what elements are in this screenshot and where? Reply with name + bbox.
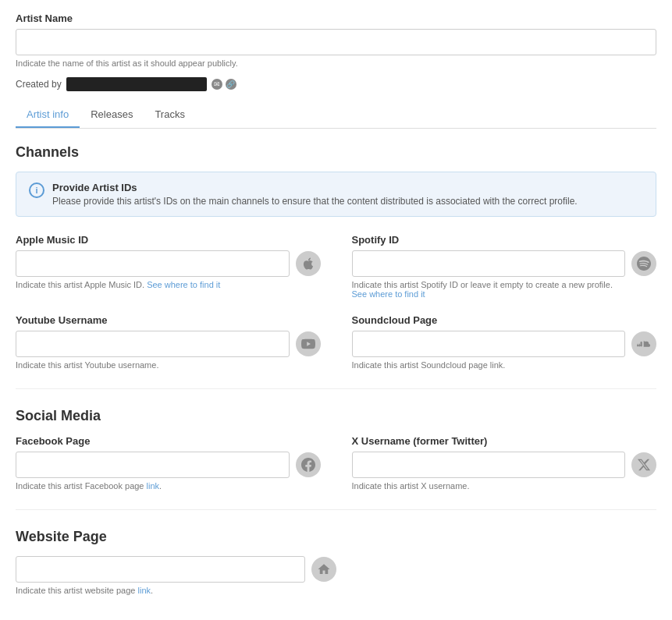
social-media-title: Social Media <box>16 408 656 424</box>
social-media-section: Social Media Facebook Page Indicate this… <box>16 408 656 491</box>
tabs-row: Artist info Releases Tracks <box>16 102 656 129</box>
channels-section: Channels i Provide Artist IDs Please pro… <box>16 144 656 370</box>
spotify-hint: Indicate this artist Spotify ID or leave… <box>352 280 657 299</box>
apple-music-input-row <box>16 250 321 277</box>
created-by-row: Created by ✉ 🔗 <box>16 77 656 91</box>
x-field-group: X Username (former Twitter) Indicate thi… <box>352 435 657 491</box>
facebook-input-row <box>16 452 321 478</box>
website-input[interactable] <box>16 556 305 583</box>
channels-divider <box>16 388 656 389</box>
link-icon[interactable]: 🔗 <box>226 79 236 90</box>
apple-music-hint-link[interactable]: See where to find it <box>147 280 220 289</box>
email-icon[interactable]: ✉ <box>212 79 222 90</box>
website-icon <box>311 557 336 582</box>
tab-tracks[interactable]: Tracks <box>144 102 196 128</box>
artist-name-hint: Indicate the name of this artist as it s… <box>16 58 656 68</box>
x-hint: Indicate this artist X username. <box>352 481 657 491</box>
spotify-field-group: Spotify ID Indicate this artist Spotify … <box>352 234 657 299</box>
facebook-icon <box>296 452 321 477</box>
artist-name-section: Artist Name Indicate the name of this ar… <box>16 12 656 68</box>
spotify-input[interactable] <box>352 250 626 277</box>
soundcloud-input[interactable] <box>352 331 626 357</box>
banner-text: Please provide this artist's IDs on the … <box>52 196 578 207</box>
soundcloud-input-row <box>352 331 657 357</box>
channels-title: Channels <box>16 144 656 161</box>
youtube-label: Youtube Username <box>16 314 321 326</box>
facebook-label: Facebook Page <box>16 435 321 447</box>
banner-title: Provide Artist IDs <box>52 182 578 193</box>
page-container: Artist Name Indicate the name of this ar… <box>0 0 672 608</box>
banner-content: Provide Artist IDs Please provide this a… <box>52 182 578 207</box>
apple-music-field-group: Apple Music ID Indicate this artist Appl… <box>16 234 321 299</box>
facebook-hint-link[interactable]: link <box>147 481 160 491</box>
soundcloud-hint: Indicate this artist Soundcloud page lin… <box>352 360 657 370</box>
soundcloud-icon <box>631 331 656 356</box>
spotify-label: Spotify ID <box>352 234 657 246</box>
apple-music-hint: Indicate this artist Apple Music ID. See… <box>16 280 321 289</box>
facebook-input[interactable] <box>16 452 290 478</box>
spotify-icon <box>631 251 656 276</box>
facebook-field-group: Facebook Page Indicate this artist Faceb… <box>16 435 321 491</box>
artist-name-label: Artist Name <box>16 12 656 24</box>
spotify-input-row <box>352 250 657 277</box>
website-field-group: Indicate this artist website page link. <box>16 556 336 595</box>
social-divider <box>16 509 656 510</box>
website-title: Website Page <box>16 529 656 545</box>
soundcloud-label: Soundcloud Page <box>352 314 657 326</box>
apple-music-input[interactable] <box>16 250 290 277</box>
website-input-row <box>16 556 336 583</box>
artist-name-input[interactable] <box>16 29 656 55</box>
website-hint-link[interactable]: link <box>138 586 151 595</box>
created-by-label: Created by <box>16 79 62 90</box>
created-by-name <box>66 77 207 91</box>
youtube-input[interactable] <box>16 331 290 357</box>
info-banner: i Provide Artist IDs Please provide this… <box>16 172 656 217</box>
info-icon: i <box>29 182 44 198</box>
apple-icon <box>296 251 321 276</box>
website-section: Website Page Indicate this artist websit… <box>16 529 656 595</box>
x-icon <box>631 452 656 477</box>
soundcloud-field-group: Soundcloud Page Indicate this artist Sou… <box>352 314 657 370</box>
x-label: X Username (former Twitter) <box>352 435 657 447</box>
tab-artist-info[interactable]: Artist info <box>16 102 80 128</box>
youtube-icon <box>296 331 321 356</box>
facebook-hint: Indicate this artist Facebook page link. <box>16 481 321 491</box>
spotify-hint-link[interactable]: See where to find it <box>352 289 425 299</box>
apple-music-label: Apple Music ID <box>16 234 321 246</box>
youtube-field-group: Youtube Username Indicate this artist Yo… <box>16 314 321 370</box>
tab-releases[interactable]: Releases <box>80 102 144 128</box>
x-input[interactable] <box>352 452 626 478</box>
website-hint: Indicate this artist website page link. <box>16 586 336 595</box>
channels-grid: Apple Music ID Indicate this artist Appl… <box>16 234 656 370</box>
x-input-row <box>352 452 657 478</box>
youtube-input-row <box>16 331 321 357</box>
created-by-icons: ✉ 🔗 <box>212 79 236 90</box>
youtube-hint: Indicate this artist Youtube username. <box>16 360 321 370</box>
social-media-grid: Facebook Page Indicate this artist Faceb… <box>16 435 656 491</box>
